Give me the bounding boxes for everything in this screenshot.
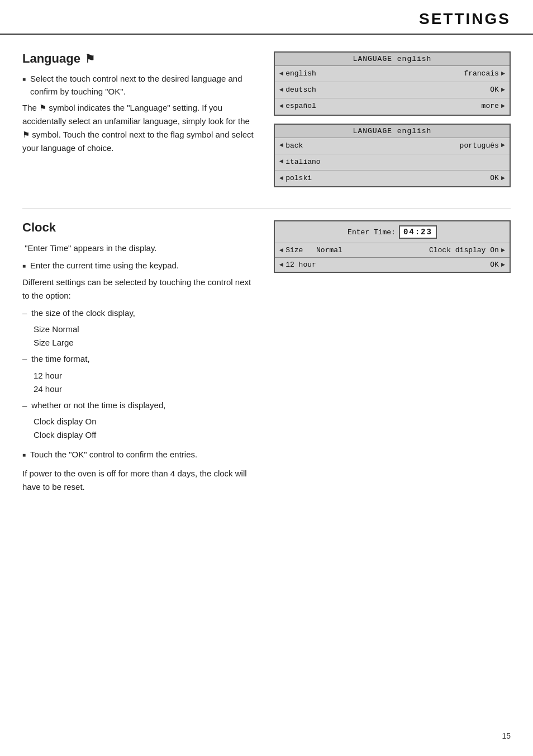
- clock-24-hour: 24 hour: [34, 382, 257, 396]
- language-instructions: Select the touch control next to the des…: [22, 73, 257, 98]
- clock-size-large: Size Large: [34, 336, 257, 349]
- left-arrow-icon: ◄: [279, 69, 283, 79]
- language-portugues: português: [460, 141, 499, 151]
- page-number: 15: [502, 731, 511, 740]
- right-arrow-icon: ►: [501, 141, 505, 150]
- language-panel-2-row-2: ◄ polski OK ►: [275, 171, 510, 186]
- language-description: The ⚑ symbol indicates the "Language" se…: [22, 101, 257, 155]
- language-panel-1-row-2: ◄ español more ►: [275, 98, 510, 114]
- clock-row-2: ◄ 12 hour OK ►: [275, 257, 510, 272]
- left-arrow-icon: ◄: [279, 261, 283, 269]
- language-section: Language ⚑ Select the touch control next…: [22, 51, 511, 187]
- language-panel-1-row-0: ◄ english francais ►: [275, 66, 510, 82]
- left-arrow-icon: ◄: [279, 141, 283, 150]
- clock-format-options: 12 hour 24 hour: [22, 369, 257, 396]
- clock-dash-list: the size of the clock display,: [22, 307, 257, 320]
- flag-icon: ⚑: [85, 52, 95, 65]
- right-arrow-icon: ►: [501, 102, 505, 111]
- clock-dash-list-3: whether or not the time is displayed,: [22, 399, 257, 412]
- clock-section: Clock "Enter Time" appears in the displa…: [22, 220, 511, 498]
- clock-row-1: ◄ Size Normal Clock display On ►: [275, 243, 510, 257]
- language-english: english: [285, 69, 316, 79]
- language-right-col: LANGUAGE english ◄ english francais ► ◄ …: [274, 51, 511, 187]
- clock-title: Clock: [22, 220, 257, 235]
- clock-display-value: Clock display On: [429, 246, 499, 254]
- language-panel-2-row-1: ◄ italiano: [275, 154, 510, 171]
- language-left-col: Language ⚑ Select the touch control next…: [22, 51, 257, 187]
- language-panel-2-row-0: ◄ back português ►: [275, 138, 510, 154]
- language-italiano: italiano: [285, 157, 320, 167]
- language-ok-1: OK: [490, 85, 499, 95]
- language-panel-2: LANGUAGE english ◄ back português ► ◄ it…: [274, 124, 511, 188]
- language-ok-2: OK: [490, 173, 499, 183]
- clock-size-options: Size Normal Size Large: [22, 323, 257, 349]
- left-arrow-icon: ◄: [279, 174, 283, 183]
- language-polski: polski: [285, 173, 312, 183]
- clock-bullets: Enter the current time using the keypad.: [22, 259, 257, 272]
- language-back: back: [285, 141, 303, 151]
- clock-description-2: If power to the oven is off for more tha…: [22, 467, 257, 494]
- clock-top-row: Enter Time: 04:23: [275, 221, 510, 243]
- clock-size-label: Size: [285, 246, 303, 254]
- clock-description-1: Different settings can be selected by to…: [22, 276, 257, 303]
- right-arrow-icon: ►: [501, 247, 505, 254]
- left-arrow-icon: ◄: [279, 157, 283, 167]
- language-title: Language ⚑: [22, 51, 257, 66]
- page-title: SETTINGS: [22, 10, 511, 28]
- language-more: more: [482, 101, 499, 111]
- right-arrow-icon: ►: [501, 261, 505, 269]
- clock-left-col: Clock "Enter Time" appears in the displa…: [22, 220, 257, 498]
- clock-size-value: Normal: [316, 246, 342, 254]
- clock-dash-item-1: the time format,: [22, 353, 257, 366]
- right-arrow-icon: ►: [501, 69, 505, 79]
- left-arrow-icon: ◄: [279, 86, 283, 95]
- language-panel-1-row-1: ◄ deutsch OK ►: [275, 82, 510, 98]
- clock-display-options: Clock display On Clock display Off: [22, 415, 257, 442]
- clock-bullet-2: Touch the "OK" control to confirm the en…: [22, 448, 257, 461]
- clock-size-normal: Size Normal: [34, 323, 257, 336]
- language-deutsch: deutsch: [285, 85, 316, 95]
- right-arrow-icon: ►: [501, 174, 505, 183]
- section-divider: [22, 209, 511, 209]
- clock-intro: "Enter Time" appears in the display.: [22, 242, 257, 255]
- right-arrow-icon: ►: [501, 86, 505, 95]
- language-panel-1: LANGUAGE english ◄ english francais ► ◄ …: [274, 51, 511, 116]
- clock-dash-item-0: the size of the clock display,: [22, 307, 257, 320]
- enter-time-label: Enter Time:: [348, 228, 396, 237]
- clock-bullets-2: Touch the "OK" control to confirm the en…: [22, 448, 257, 461]
- clock-dash-list-2: the time format,: [22, 353, 257, 366]
- clock-12-hour: 12 hour: [34, 369, 257, 382]
- language-francais: francais: [464, 69, 498, 79]
- left-arrow-icon: ◄: [279, 247, 283, 254]
- clock-right-col: Enter Time: 04:23 ◄ Size Normal Clock di…: [274, 220, 511, 498]
- clock-dash-item-2: whether or not the time is displayed,: [22, 399, 257, 412]
- clock-hour-format: 12 hour: [285, 261, 316, 269]
- language-espanol: español: [285, 101, 316, 111]
- language-panel-1-header: LANGUAGE english: [275, 53, 510, 66]
- language-instruction-1: Select the touch control next to the des…: [22, 73, 257, 98]
- clock-display-off: Clock display Off: [34, 428, 257, 442]
- clock-time-value: 04:23: [399, 225, 437, 239]
- clock-panel: Enter Time: 04:23 ◄ Size Normal Clock di…: [274, 220, 511, 273]
- left-arrow-icon: ◄: [279, 102, 283, 111]
- clock-bullet-1: Enter the current time using the keypad.: [22, 259, 257, 272]
- page-header: SETTINGS: [0, 0, 533, 35]
- clock-ok: OK: [490, 261, 499, 269]
- language-panel-2-header: LANGUAGE english: [275, 125, 510, 138]
- clock-display-on: Clock display On: [34, 415, 257, 428]
